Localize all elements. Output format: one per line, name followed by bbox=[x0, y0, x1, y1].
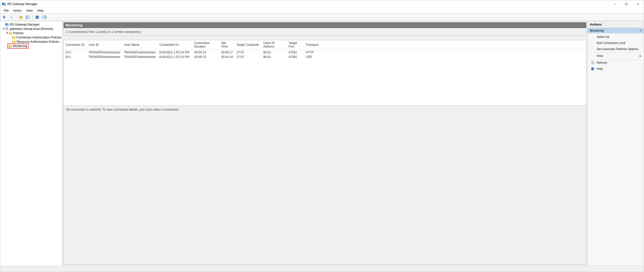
col-transport[interactable]: Transport bbox=[304, 40, 586, 50]
separator bbox=[589, 59, 642, 59]
folder-icon bbox=[8, 44, 12, 48]
col-target-computer[interactable]: Target Computer bbox=[235, 40, 262, 50]
svg-rect-13 bbox=[45, 16, 46, 19]
minimize-button[interactable] bbox=[609, 0, 620, 8]
separator bbox=[589, 52, 642, 53]
help-icon: ? bbox=[591, 67, 595, 71]
folder-icon bbox=[12, 40, 16, 44]
svg-text:?: ? bbox=[37, 16, 38, 19]
svg-rect-1 bbox=[3, 4, 6, 6]
expander-icon[interactable] bbox=[1, 28, 5, 30]
cell-connected-on: 6/16/2021 1:53:14 PM bbox=[158, 50, 193, 55]
table-row[interactable]: 23:2TRANSIP\AdministratorTRANSIP\Adminis… bbox=[64, 50, 586, 55]
folder-icon bbox=[8, 31, 12, 35]
cell-idle-time: 00:00:14 bbox=[220, 55, 235, 59]
action-edit-connection-limit[interactable]: Edit Connection Limit bbox=[588, 40, 644, 46]
tree-cap-label: Connection Authorization Policies bbox=[16, 36, 61, 39]
spacer-icon bbox=[591, 54, 595, 58]
tree-root[interactable]: RD Gateway Manager bbox=[1, 22, 62, 27]
action-auto-refresh-label: Set Automatic Refresh Options bbox=[597, 47, 638, 51]
expander-icon[interactable] bbox=[5, 32, 8, 34]
actions-header: Actions bbox=[588, 21, 644, 28]
cell-client-ip: 86.81. bbox=[262, 50, 287, 55]
action-select-all[interactable]: Select All bbox=[588, 34, 644, 40]
tree-rap-label: Resource Authorization Policies bbox=[17, 40, 59, 44]
action-help[interactable]: ? Help bbox=[588, 66, 644, 72]
svg-rect-15 bbox=[6, 24, 8, 26]
cell-target-computer: 37.97. bbox=[235, 50, 262, 55]
menu-file[interactable]: File bbox=[2, 8, 11, 13]
col-connected-on[interactable]: Connected On bbox=[158, 40, 193, 50]
cell-connection-id: 23:2 bbox=[64, 50, 87, 55]
collapse-icon[interactable] bbox=[639, 30, 642, 32]
cell-target-port: 47592 bbox=[287, 55, 304, 59]
action-view[interactable]: View bbox=[588, 53, 644, 59]
tree-server-label: gateway1.transip.local (Remote) bbox=[10, 27, 53, 31]
cell-user-id: TRANSIP\Administrator bbox=[87, 50, 122, 55]
cell-connection-duration: 00:00:24 bbox=[193, 50, 220, 55]
tree-selected-highlight: Monitoring bbox=[7, 44, 29, 49]
menubar: File Action View Help bbox=[0, 8, 644, 13]
help-button[interactable]: ? bbox=[34, 14, 40, 20]
cell-idle-time: 00:00:17 bbox=[220, 50, 235, 55]
svg-rect-4 bbox=[625, 3, 627, 5]
show-hide-tree-button[interactable] bbox=[25, 14, 31, 20]
actions-section-header[interactable]: Monitoring bbox=[588, 28, 644, 33]
spacer-icon bbox=[591, 41, 595, 45]
statusbar bbox=[0, 266, 644, 272]
tree-monitoring-label: Monitoring bbox=[13, 44, 27, 48]
nav-back-button[interactable] bbox=[1, 14, 7, 20]
action-refresh[interactable]: Refresh bbox=[588, 60, 644, 66]
tree-server[interactable]: gateway1.transip.local (Remote) bbox=[1, 27, 62, 31]
nav-forward-button[interactable] bbox=[8, 14, 14, 20]
maximize-button[interactable] bbox=[620, 0, 632, 8]
details-hint: No connection is selected. To view conne… bbox=[63, 106, 586, 265]
col-user-name[interactable]: User Name bbox=[122, 40, 158, 50]
menu-view[interactable]: View bbox=[24, 8, 35, 13]
tree-root-label: RD Gateway Manager bbox=[10, 23, 40, 26]
action-set-automatic-refresh[interactable]: Set Automatic Refresh Options bbox=[588, 46, 644, 52]
app-icon bbox=[5, 23, 9, 26]
col-connection-duration[interactable]: Connection Duration bbox=[193, 40, 220, 50]
toolbar-separator bbox=[16, 15, 16, 20]
cell-target-port: 47592 bbox=[287, 50, 304, 55]
cell-connection-id: 24:1 bbox=[64, 55, 87, 59]
col-client-ip[interactable]: Client IP Address bbox=[262, 40, 287, 50]
up-button[interactable] bbox=[18, 14, 24, 20]
table-row[interactable]: 24:1TRANSIP\AdministratorTRANSIP\Adminis… bbox=[64, 55, 586, 59]
body: RD Gateway Manager gateway1.transip.loca… bbox=[0, 21, 644, 266]
tree-policies[interactable]: Policies bbox=[1, 31, 62, 35]
toolbar-separator bbox=[32, 15, 33, 20]
tree-panel[interactable]: RD Gateway Manager gateway1.transip.loca… bbox=[0, 21, 62, 266]
menu-help[interactable]: Help bbox=[35, 8, 46, 13]
spacer-icon bbox=[591, 47, 595, 51]
tree-rap[interactable]: Resource Authorization Policies bbox=[1, 39, 62, 44]
svg-text:?: ? bbox=[592, 68, 593, 70]
folder-icon bbox=[12, 36, 15, 39]
show-hide-action-pane-button[interactable] bbox=[41, 14, 47, 20]
connections-grid[interactable]: Connection ID User ID User Name Connecte… bbox=[63, 40, 586, 106]
window-title: RD Gateway Manager bbox=[7, 2, 37, 6]
summary-bar: 2 Connection(s) from 1 user(s) to 1 remo… bbox=[63, 28, 586, 36]
app-icon bbox=[2, 2, 6, 6]
svg-point-2 bbox=[2, 3, 3, 4]
col-idle-time[interactable]: Idle Time bbox=[220, 40, 235, 50]
table-header-row: Connection ID User ID User Name Connecte… bbox=[64, 40, 586, 50]
titlebar-left: RD Gateway Manager bbox=[2, 2, 37, 6]
action-select-all-label: Select All bbox=[597, 35, 609, 39]
actions-list: Select All Edit Connection Limit Set Aut… bbox=[588, 33, 644, 72]
col-user-id[interactable]: User ID bbox=[87, 40, 122, 50]
submenu-arrow-icon bbox=[639, 55, 641, 57]
tree-policies-label: Policies bbox=[13, 31, 24, 35]
cell-user-name: TRANSIP\Administrator bbox=[122, 55, 158, 59]
cell-connected-on: 6/16/2021 1:53:15 PM bbox=[158, 55, 193, 59]
svg-rect-18 bbox=[6, 28, 7, 29]
toolbar: ? bbox=[0, 13, 644, 21]
refresh-icon bbox=[591, 61, 595, 65]
col-target-port[interactable]: Target Port bbox=[287, 40, 304, 50]
tree-monitoring[interactable]: Monitoring bbox=[1, 44, 62, 48]
tree-cap[interactable]: Connection Authorization Policies bbox=[1, 35, 62, 39]
close-button[interactable] bbox=[632, 0, 644, 8]
col-connection-id[interactable]: Connection ID bbox=[64, 40, 87, 50]
menu-action[interactable]: Action bbox=[11, 8, 24, 13]
